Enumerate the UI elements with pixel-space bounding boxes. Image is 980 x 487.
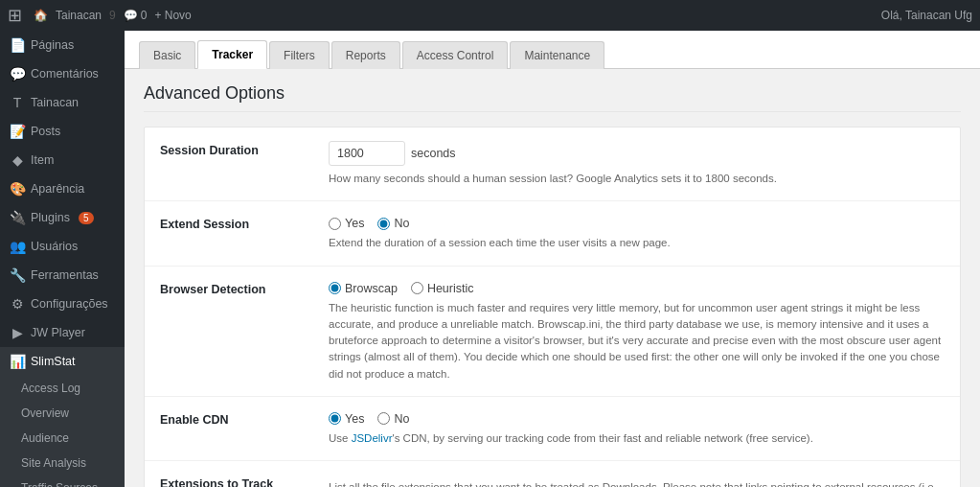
browser-detection-row: Browser Detection Browscap Heuristic bbox=[145, 267, 960, 397]
session-duration-row: Session Duration seconds How many second… bbox=[145, 128, 960, 201]
extend-session-row: Extend Session Yes No Ext bbox=[145, 201, 960, 266]
session-duration-control: seconds How many seconds should a human … bbox=[329, 141, 945, 187]
browser-detection-heuristic-option[interactable]: Heuristic bbox=[411, 282, 474, 295]
enable-cdn-description: Use JSDelivr's CDN, by serving our track… bbox=[329, 430, 945, 447]
browser-detection-heuristic-radio[interactable] bbox=[411, 282, 423, 294]
enable-cdn-label: Enable CDN bbox=[160, 410, 313, 427]
content-area: Basic Tracker Filters Reports Access Con… bbox=[125, 31, 980, 487]
extensions-to-track-description: List all the file extensions that you wa… bbox=[329, 479, 945, 487]
tab-filters[interactable]: Filters bbox=[269, 41, 330, 69]
sidebar-item-settings[interactable]: ⚙ Configurações bbox=[0, 290, 125, 318]
extensions-to-track-row: Extensions to Track List all the file ex… bbox=[145, 461, 960, 487]
comments-link[interactable]: 💬 0 bbox=[124, 9, 148, 22]
browser-detection-description: The heuristic function is much faster an… bbox=[329, 300, 945, 383]
tab-access-control[interactable]: Access Control bbox=[402, 41, 509, 69]
sidebar-item-tools[interactable]: 🔧 Ferramentas bbox=[0, 261, 125, 290]
submenu-site-analysis[interactable]: Site Analysis bbox=[0, 451, 125, 475]
browser-detection-control: Browscap Heuristic The heuristic functio… bbox=[329, 280, 945, 383]
new-button[interactable]: + Novo bbox=[154, 9, 191, 22]
extensions-to-track-control: List all the file extensions that you wa… bbox=[329, 475, 945, 487]
enable-cdn-control: Yes No Use JSDelivr's CDN, by serving ou… bbox=[329, 410, 945, 447]
submenu-audience[interactable]: Audience bbox=[0, 426, 125, 451]
sidebar-item-item[interactable]: ◆ Item bbox=[0, 146, 125, 174]
session-duration-suffix: seconds bbox=[411, 147, 456, 160]
sidebar: 📄 Páginas 💬 Comentários T Tainacan 📝 Pos… bbox=[0, 31, 125, 487]
enable-cdn-yes-option[interactable]: Yes bbox=[329, 412, 364, 426]
wp-logo-icon: ⊞ bbox=[8, 5, 22, 26]
appearance-icon: 🎨 bbox=[10, 181, 25, 197]
sidebar-item-plugins[interactable]: 🔌 Plugins 5 bbox=[0, 203, 125, 232]
browser-detection-browscap-option[interactable]: Browscap bbox=[329, 282, 398, 295]
session-duration-description: How many seconds should a human session … bbox=[329, 171, 945, 187]
enable-cdn-no-option[interactable]: No bbox=[377, 412, 409, 426]
sidebar-item-appearance[interactable]: 🎨 Aparência bbox=[0, 174, 125, 203]
session-duration-label: Session Duration bbox=[160, 141, 313, 157]
users-icon: 👥 bbox=[10, 239, 25, 254]
submenu-overview[interactable]: Overview bbox=[0, 401, 125, 426]
tab-reports[interactable]: Reports bbox=[331, 41, 400, 69]
site-name[interactable]: Tainacan bbox=[56, 9, 102, 22]
tainacan-icon: T bbox=[10, 95, 25, 110]
jw-player-icon: ▶ bbox=[10, 325, 25, 340]
submenu-access-log[interactable]: Access Log bbox=[0, 376, 125, 401]
sidebar-item-tainacan[interactable]: T Tainacan bbox=[0, 88, 125, 117]
submenu-traffic-sources[interactable]: Traffic Sources bbox=[0, 475, 125, 487]
posts-icon: 📝 bbox=[10, 124, 25, 139]
enable-cdn-no-radio[interactable] bbox=[377, 412, 390, 425]
comments-icon: 💬 bbox=[10, 66, 25, 81]
tools-icon: 🔧 bbox=[10, 267, 25, 283]
browser-detection-label: Browser Detection bbox=[160, 280, 313, 296]
tab-tracker[interactable]: Tracker bbox=[197, 40, 267, 69]
item-icon: ◆ bbox=[10, 152, 25, 168]
page-content: Advanced Options Session Duration second… bbox=[125, 69, 980, 487]
extend-session-control: Yes No Extend the duration of a session … bbox=[329, 215, 945, 251]
browser-detection-browscap-radio[interactable] bbox=[329, 282, 341, 294]
sidebar-item-pages[interactable]: 📄 Páginas bbox=[0, 31, 125, 59]
sidebar-item-jw-player[interactable]: ▶ JW Player bbox=[0, 318, 125, 347]
extend-session-description: Extend the duration of a session each ti… bbox=[329, 235, 945, 251]
extend-session-no-radio[interactable] bbox=[377, 218, 390, 230]
tab-maintenance[interactable]: Maintenance bbox=[510, 41, 604, 69]
tab-basic[interactable]: Basic bbox=[139, 41, 195, 69]
extend-session-no-option[interactable]: No bbox=[377, 217, 409, 230]
extend-session-yes-option[interactable]: Yes bbox=[329, 217, 364, 230]
extensions-to-track-label: Extensions to Track bbox=[160, 475, 313, 487]
extend-session-label: Extend Session bbox=[160, 215, 313, 231]
settings-card: Session Duration seconds How many second… bbox=[144, 127, 961, 487]
settings-icon: ⚙ bbox=[10, 296, 25, 312]
pages-icon: 📄 bbox=[10, 37, 25, 53]
session-duration-input[interactable] bbox=[329, 141, 405, 166]
page-title: Advanced Options bbox=[144, 83, 961, 112]
main-layout: 📄 Páginas 💬 Comentários T Tainacan 📝 Pos… bbox=[0, 31, 980, 487]
sidebar-item-comments[interactable]: 💬 Comentários bbox=[0, 59, 125, 88]
slimstat-submenu: Access Log Overview Audience Site Analys… bbox=[0, 376, 125, 487]
enable-cdn-row: Enable CDN Yes No bbox=[145, 397, 960, 461]
sidebar-item-slimstat[interactable]: 📊 SlimStat bbox=[0, 347, 125, 376]
home-link[interactable]: 🏠 bbox=[34, 9, 48, 22]
jsdelivr-link[interactable]: JSDelivr bbox=[352, 432, 393, 444]
tabs-bar: Basic Tracker Filters Reports Access Con… bbox=[125, 31, 980, 69]
enable-cdn-yes-radio[interactable] bbox=[329, 412, 341, 425]
sidebar-item-posts[interactable]: 📝 Posts bbox=[0, 117, 125, 146]
plugins-icon: 🔌 bbox=[10, 210, 25, 225]
greeting-text: Olá, Tainacan Ufg bbox=[881, 9, 972, 22]
admin-bar: ⊞ 🏠 Tainacan 9 💬 0 + Novo Olá, Tainacan … bbox=[0, 0, 980, 31]
slimstat-icon: 📊 bbox=[10, 354, 25, 369]
sidebar-item-users[interactable]: 👥 Usuários bbox=[0, 232, 125, 261]
plugins-badge: 5 bbox=[79, 212, 94, 224]
extend-session-yes-radio[interactable] bbox=[329, 218, 341, 230]
